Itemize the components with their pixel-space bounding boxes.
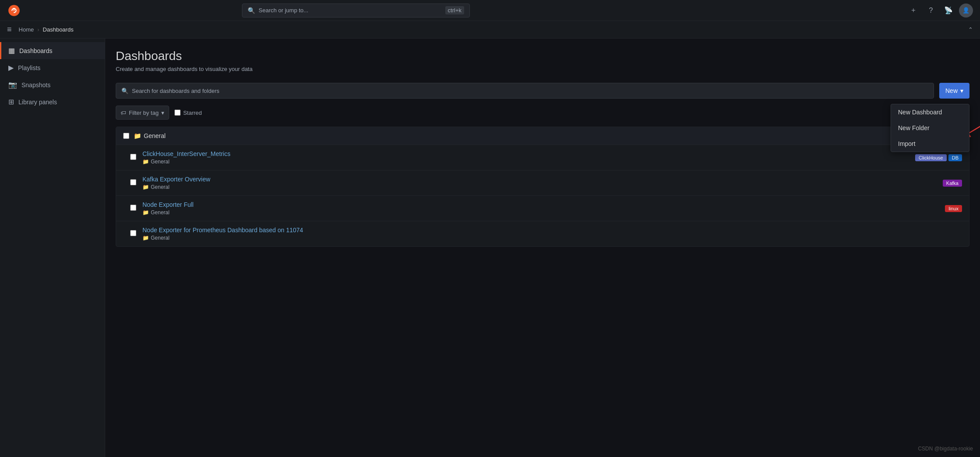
row-checkbox-3 xyxy=(130,205,136,212)
breadcrumb-current: Dashboards xyxy=(43,26,74,33)
tag-clickhouse[interactable]: ClickHouse xyxy=(915,154,947,161)
dashboards-icon: ▦ xyxy=(8,46,15,55)
folder-icon: 📁 xyxy=(134,132,141,139)
sidebar-item-library-panels[interactable]: ⊞ Library panels xyxy=(0,93,105,110)
dropdown-item-import[interactable]: Import xyxy=(891,136,969,152)
tag-linux[interactable]: linux xyxy=(945,205,962,212)
table-row[interactable]: ClickHouse_InterServer_Metrics 📁 General… xyxy=(116,145,969,170)
row-checkbox-1 xyxy=(130,154,136,161)
dropdown-item-new-folder[interactable]: New Folder xyxy=(891,120,969,136)
dashboard-folder-3: 📁 General xyxy=(142,209,941,216)
new-button-wrapper: New ▾ New Dashboard New Folder Import xyxy=(939,83,969,99)
starred-checkbox[interactable] xyxy=(174,110,181,116)
folder-icon-small: 📁 xyxy=(142,159,149,165)
dropdown-item-new-dashboard[interactable]: New Dashboard xyxy=(891,104,969,120)
row-checkbox-2 xyxy=(130,179,136,187)
search-icon: 🔍 xyxy=(248,7,255,14)
table-row[interactable]: Node Exporter Full 📁 General linux xyxy=(116,196,969,221)
dashboard-info-4: Node Exporter for Prometheus Dashboard b… xyxy=(142,227,958,241)
general-folder-row[interactable]: 📁 General xyxy=(116,127,969,145)
dashboard-info-1: ClickHouse_InterServer_Metrics 📁 General xyxy=(142,150,911,165)
plus-icon: ＋ xyxy=(910,6,917,15)
starred-label: Starred xyxy=(183,110,202,116)
dashboard-title-1: ClickHouse_InterServer_Metrics xyxy=(142,150,911,157)
row-checkbox-4 xyxy=(130,230,136,237)
sidebar-item-snapshots[interactable]: 📷 Snapshots xyxy=(0,76,105,93)
sidebar-item-playlists[interactable]: ▶ Playlists xyxy=(0,59,105,76)
topnav-right: ＋ ? 📡 👤 xyxy=(906,4,973,18)
search-shortcut: ctrl+k xyxy=(445,6,464,14)
global-search[interactable]: 🔍 Search or jump to... ctrl+k xyxy=(242,4,470,18)
help-button[interactable]: ? xyxy=(924,4,938,18)
filter-row: 🏷 Filter by tag ▾ Starred 🗂 ≡ ⇅ Sort xyxy=(116,106,969,120)
user-avatar[interactable]: 👤 xyxy=(959,4,973,18)
dashboard-info-3: Node Exporter Full 📁 General xyxy=(142,201,941,216)
tag-kafka[interactable]: Kafka xyxy=(943,180,962,187)
table-row[interactable]: Node Exporter for Prometheus Dashboard b… xyxy=(116,221,969,246)
dashboard-title-3: Node Exporter Full xyxy=(142,201,941,208)
tag-db[interactable]: DB xyxy=(948,154,962,161)
library-panels-icon: ⊞ xyxy=(8,98,14,106)
folder-icon-small: 📁 xyxy=(142,235,149,241)
sidebar-label-playlists: Playlists xyxy=(18,64,40,71)
hamburger-menu[interactable]: ≡ xyxy=(7,25,12,34)
dashboard-tags-3: linux xyxy=(945,205,962,212)
page-subtitle: Create and manage dashboards to visualiz… xyxy=(116,66,969,72)
filter-tag-label: Filter by tag xyxy=(129,110,159,116)
folder-checkbox[interactable] xyxy=(123,133,129,139)
dashboard-tags-1: ClickHouse DB xyxy=(915,154,962,161)
grafana-logo[interactable] xyxy=(7,4,21,18)
breadcrumb-separator: › xyxy=(37,26,39,33)
dashboard-title-2: Kafka Exporter Overview xyxy=(142,176,938,183)
playlists-icon: ▶ xyxy=(8,64,14,72)
search-placeholder: Search or jump to... xyxy=(259,7,308,14)
dashboard-folder-1: 📁 General xyxy=(142,159,911,165)
snapshots-icon: 📷 xyxy=(8,81,17,89)
sidebar-item-dashboards[interactable]: ▦ Dashboards xyxy=(0,42,105,59)
page-title: Dashboards xyxy=(116,49,969,63)
sidebar-label-library-panels: Library panels xyxy=(18,99,57,106)
breadcrumb-home[interactable]: Home xyxy=(19,26,34,33)
filter-tag-button[interactable]: 🏷 Filter by tag ▾ xyxy=(116,106,169,120)
breadcrumb-bar: ≡ Home › Dashboards ⌃ xyxy=(0,21,980,39)
add-button[interactable]: ＋ xyxy=(906,4,920,18)
dashboard-list: 📁 General ClickHouse_InterServer_Metrics… xyxy=(116,127,969,247)
new-dropdown-menu: New Dashboard New Folder Import xyxy=(891,104,969,152)
new-button[interactable]: New ▾ xyxy=(939,83,969,99)
new-label: New xyxy=(945,87,958,94)
search-icon-small: 🔍 xyxy=(121,88,128,94)
topnav: 🔍 Search or jump to... ctrl+k ＋ ? 📡 👤 xyxy=(0,0,980,21)
main-content: Dashboards Create and manage dashboards … xyxy=(105,39,980,457)
watermark: CSDN @bigdata-rookie xyxy=(918,446,973,452)
starred-filter[interactable]: Starred xyxy=(174,110,202,116)
search-input-placeholder: Search for dashboards and folders xyxy=(132,88,219,94)
search-row: 🔍 Search for dashboards and folders New … xyxy=(116,83,969,99)
new-chevron-icon: ▾ xyxy=(960,87,963,94)
bell-icon: 📡 xyxy=(944,6,953,14)
dashboard-folder-2: 📁 General xyxy=(142,184,938,190)
dashboard-folder-4: 📁 General xyxy=(142,235,958,241)
folder-icon-small: 📁 xyxy=(142,209,149,216)
tag-icon: 🏷 xyxy=(121,110,126,116)
filter-chevron-icon: ▾ xyxy=(161,110,164,116)
folder-icon-small: 📁 xyxy=(142,184,149,190)
dashboard-search-input[interactable]: 🔍 Search for dashboards and folders xyxy=(116,83,934,99)
folder-name: 📁 General xyxy=(134,132,166,139)
dashboard-info-2: Kafka Exporter Overview 📁 General xyxy=(142,176,938,190)
sidebar: ▦ Dashboards ▶ Playlists 📷 Snapshots ⊞ L… xyxy=(0,39,105,457)
notifications-button[interactable]: 📡 xyxy=(941,4,955,18)
dashboard-title-4: Node Exporter for Prometheus Dashboard b… xyxy=(142,227,958,234)
dashboard-tags-2: Kafka xyxy=(943,180,962,187)
sidebar-label-dashboards: Dashboards xyxy=(19,47,53,54)
table-row[interactable]: Kafka Exporter Overview 📁 General Kafka xyxy=(116,170,969,196)
main-layout: ▦ Dashboards ▶ Playlists 📷 Snapshots ⊞ L… xyxy=(0,39,980,457)
question-icon: ? xyxy=(929,7,933,14)
sidebar-label-snapshots: Snapshots xyxy=(21,81,50,89)
breadcrumb-collapse-btn[interactable]: ⌃ xyxy=(968,26,973,33)
